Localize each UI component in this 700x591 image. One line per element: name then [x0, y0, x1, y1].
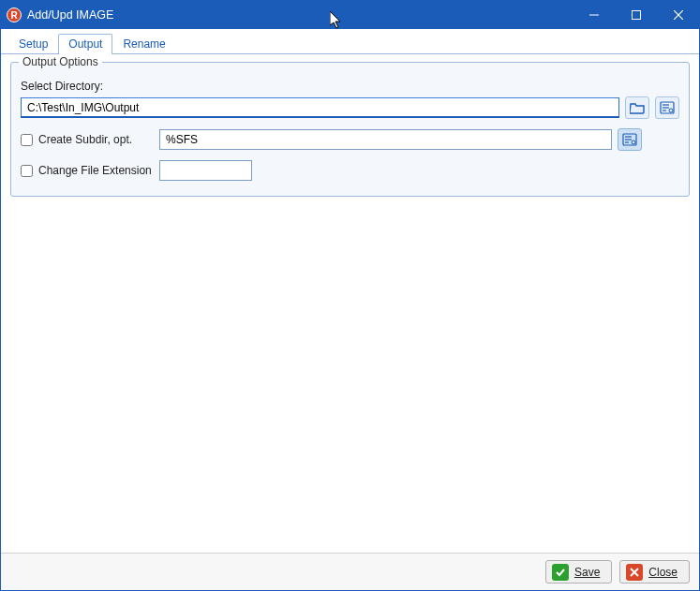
- svg-point-14: [632, 140, 635, 144]
- create-subdir-checkbox-label[interactable]: Create Subdir, opt.: [21, 133, 154, 146]
- change-ext-text: Change File Extension: [38, 164, 152, 177]
- group-legend: Output Options: [19, 55, 102, 68]
- svg-point-9: [669, 109, 673, 112]
- tab-setup[interactable]: Setup: [8, 34, 58, 54]
- create-subdir-input[interactable]: [159, 129, 612, 150]
- directory-variables-button[interactable]: [655, 96, 679, 119]
- subdir-variables-button[interactable]: [618, 128, 642, 151]
- window-titlebar: R Add/Upd IMAGE: [1, 1, 699, 29]
- change-ext-row: Change File Extension: [21, 160, 679, 181]
- create-subdir-row: Create Subdir, opt.: [21, 128, 679, 151]
- tab-content: Output Options Select Directory:: [1, 54, 699, 553]
- window-minimize-button[interactable]: [573, 1, 615, 29]
- change-ext-checkbox-label[interactable]: Change File Extension: [21, 164, 154, 177]
- x-icon: [626, 564, 643, 581]
- window-title: Add/Upd IMAGE: [27, 8, 113, 22]
- tab-bar: Setup Output Rename: [1, 29, 699, 54]
- close-button-label: Close: [648, 566, 678, 579]
- save-button[interactable]: Save: [545, 560, 612, 584]
- check-icon: [552, 564, 569, 581]
- browse-folder-button[interactable]: [625, 96, 649, 119]
- window-maximize-button[interactable]: [615, 1, 657, 29]
- app-icon: R: [7, 7, 22, 22]
- close-icon: [674, 10, 683, 20]
- change-ext-checkbox[interactable]: [21, 165, 33, 177]
- maximize-icon: [632, 10, 641, 20]
- change-ext-input[interactable]: [159, 160, 252, 181]
- dialog-footer: Save Close: [1, 553, 699, 590]
- tab-output[interactable]: Output: [58, 34, 112, 54]
- select-directory-row: [21, 96, 679, 119]
- output-options-group: Output Options Select Directory:: [10, 62, 690, 197]
- minimize-icon: [589, 10, 599, 20]
- tab-rename[interactable]: Rename: [112, 34, 175, 54]
- window-close-button[interactable]: [657, 1, 699, 29]
- list-gear-icon: [622, 133, 637, 146]
- svg-rect-1: [632, 11, 640, 20]
- select-directory-label: Select Directory:: [21, 80, 679, 93]
- create-subdir-checkbox[interactable]: [21, 134, 33, 146]
- folder-icon: [630, 101, 645, 114]
- select-directory-input[interactable]: [21, 97, 619, 118]
- list-gear-icon: [660, 101, 675, 114]
- save-button-label: Save: [574, 566, 600, 579]
- close-button[interactable]: Close: [619, 560, 690, 584]
- create-subdir-text: Create Subdir, opt.: [38, 133, 132, 146]
